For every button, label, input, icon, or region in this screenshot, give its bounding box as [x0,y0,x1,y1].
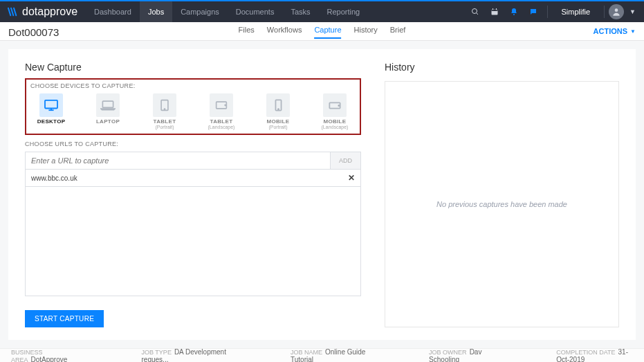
device-name: DESKTOP [33,118,69,125]
chevron-down-icon: ▼ [630,28,636,35]
tab-brief[interactable]: Brief [390,26,406,37]
device-icon [323,93,347,117]
device-icon [39,93,63,117]
svg-rect-8 [45,100,57,109]
url-input[interactable] [26,152,330,169]
svg-point-15 [225,105,226,105]
new-capture-title: New Capture [25,62,361,73]
footer-job-type: JOB TYPEDA Development reques... [142,348,228,363]
notifications-icon[interactable] [504,8,524,16]
svg-line-1 [476,13,478,15]
tab-history[interactable]: History [354,26,378,37]
nav-links: DashboardJobsCampaignsDocumentsTasksRepo… [86,1,368,22]
device-icon [153,93,176,117]
device-name: TABLET [147,118,183,125]
divider [547,6,548,18]
device-icon [210,93,233,117]
brand-icon [7,6,18,17]
nav-link-documents[interactable]: Documents [228,1,283,22]
sub-header: Dot000073 FilesWorkflowsCaptureHistoryBr… [0,22,644,41]
job-tabs: FilesWorkflowsCaptureHistoryBrief [239,22,406,41]
new-capture-column: New Capture CHOOSE DEVICES TO CAPTURE: D… [25,62,361,327]
brand-logo[interactable]: dotapprove [0,6,86,18]
divider [604,6,605,18]
url-list-area [25,187,361,296]
svg-point-17 [277,109,278,109]
username[interactable]: Simplifie [552,8,600,16]
nav-link-jobs[interactable]: Jobs [140,1,172,22]
content-card: New Capture CHOOSE DEVICES TO CAPTURE: D… [8,49,636,340]
device-name: MOBILE [260,118,296,125]
brand-text: dotapprove [22,6,77,18]
history-empty-text: No previous captures have been made [436,200,567,208]
device-laptop[interactable]: LAPTOP [90,93,126,129]
device-sub: (Landscape) [203,125,239,129]
device-name: LAPTOP [90,118,126,125]
actions-label: ACTIONS [594,27,628,35]
url-item: www.bbc.co.uk✕ [25,170,361,187]
history-empty: No previous captures have been made [385,81,619,327]
nav-link-tasks[interactable]: Tasks [282,1,318,22]
remove-url-icon[interactable]: ✕ [348,173,355,183]
device-sub: (Portrait) [147,125,183,129]
user-menu-caret-icon[interactable]: ▼ [629,8,636,15]
device-mobile-portrait[interactable]: MOBILE(Portrait) [260,93,296,129]
main-nav: dotapprove DashboardJobsCampaignsDocumen… [0,1,644,22]
svg-point-0 [472,9,477,14]
device-desktop[interactable]: DESKTOP [33,93,69,129]
page-body: New Capture CHOOSE DEVICES TO CAPTURE: D… [0,41,644,348]
urls-label: CHOOSE URLS TO CAPTURE: [25,141,361,147]
tab-files[interactable]: Files [239,26,255,37]
device-name: TABLET [203,118,239,125]
history-title: History [385,62,619,73]
device-sub: (Portrait) [260,125,296,129]
device-mobile-landscape[interactable]: MOBILE(Landscape) [317,93,353,129]
device-icon [96,93,120,117]
actions-menu[interactable]: ACTIONS ▼ [594,27,636,35]
url-list: www.bbc.co.uk✕ [25,170,361,187]
footer-job-owner: JOB OWNERDav Schooling [429,348,494,363]
chat-icon[interactable] [524,8,543,16]
svg-point-19 [338,105,339,105]
device-name: MOBILE [317,118,353,125]
svg-point-13 [164,109,165,109]
footer-business-area: BUSINESS AREADotApprove [11,348,80,363]
svg-point-6 [513,14,515,15]
footer-job-name: JOB NAMEOnline Guide Tutorial [291,348,367,363]
footer-bar: BUSINESS AREADotApprove JOB TYPEDA Devel… [0,348,644,362]
nav-link-reporting[interactable]: Reporting [319,1,369,22]
start-capture-button[interactable]: START CAPTURE [25,310,104,327]
svg-point-7 [615,8,618,12]
svg-rect-11 [102,101,113,107]
url-text: www.bbc.co.uk [31,174,77,182]
device-tablet-landscape[interactable]: TABLET(Landscape) [203,93,239,129]
device-tablet-portrait[interactable]: TABLET(Portrait) [147,93,183,129]
history-column: History No previous captures have been m… [385,62,619,327]
svg-rect-3 [491,10,497,12]
tab-workflows[interactable]: Workflows [267,26,302,37]
search-icon[interactable] [466,8,485,16]
calendar-icon[interactable] [485,8,504,16]
footer-completion: COMPLETION DATE31-Oct-2019 [556,348,633,363]
nav-link-campaigns[interactable]: Campaigns [172,1,228,22]
avatar[interactable] [609,4,624,19]
device-sub: (Landscape) [317,125,353,129]
url-input-row: ADD [25,152,361,170]
nav-link-dashboard[interactable]: Dashboard [86,1,140,22]
add-url-button[interactable]: ADD [330,152,360,169]
devices-selector: CHOOSE DEVICES TO CAPTURE: DESKTOPLAPTOP… [25,78,361,135]
devices-label: CHOOSE DEVICES TO CAPTURE: [30,82,356,89]
device-icon [266,93,290,117]
devices-row: DESKTOPLAPTOPTABLET(Portrait)TABLET(Land… [30,93,356,129]
nav-right: Simplifie ▼ [466,1,645,22]
job-id: Dot000073 [8,25,59,38]
tab-capture[interactable]: Capture [314,26,341,39]
